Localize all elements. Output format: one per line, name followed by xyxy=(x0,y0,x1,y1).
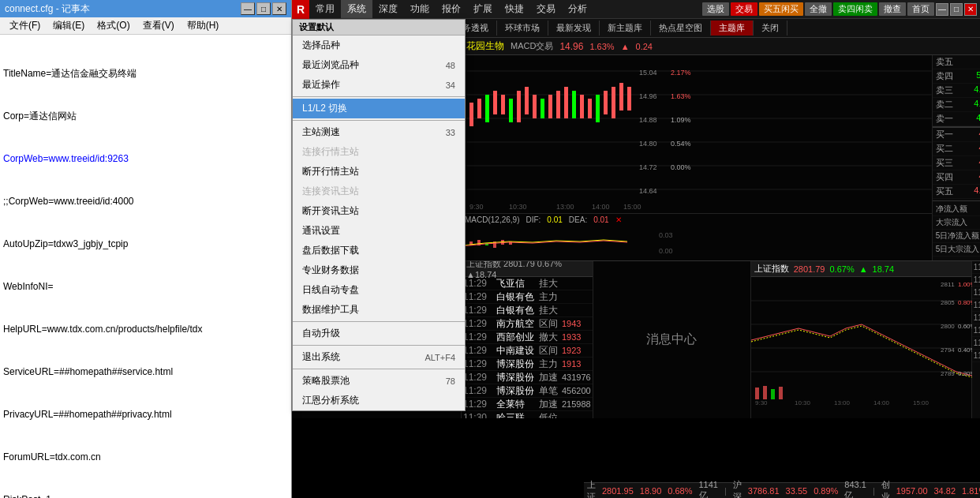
menu-baojia[interactable]: 报价 xyxy=(436,0,467,18)
news-item[interactable]: 11:29 博深股份 单笔 456200 xyxy=(462,384,593,398)
right-numbers-panel: 11:28 3s 11:28 27s 11:28 73s 11:28 87s xyxy=(971,261,980,418)
dropdown-item-exit[interactable]: 退出系统 ALT+F4 xyxy=(293,347,465,367)
trade-btn[interactable]: 交易 xyxy=(731,2,757,16)
sz-change: 33.55 xyxy=(786,486,808,496)
chart-header: 花园生物 MACD交易 14.96 1.63% ▲ 0.24 xyxy=(462,38,980,55)
news-number: 1943 xyxy=(562,319,581,328)
buy5-btn[interactable]: 买五闲买 xyxy=(759,2,803,16)
dropdown-item-after-hours[interactable]: 盘后数据下载 xyxy=(293,241,465,260)
svg-rect-15 xyxy=(469,103,473,126)
notepad-close-btn[interactable]: ✕ xyxy=(272,2,286,15)
news-item[interactable]: 11:29 博深股份 加速 431976 xyxy=(462,371,593,384)
menu-gongneng[interactable]: 功能 xyxy=(404,0,436,18)
news-number: 1913 xyxy=(562,359,581,369)
dropdown-item-disconnect-market[interactable]: 断开行情主站 xyxy=(293,162,465,182)
svg-rect-28 xyxy=(572,91,576,118)
news-item[interactable]: 11:29 白银有色 主力 xyxy=(462,290,593,304)
svg-rect-22 xyxy=(525,87,529,114)
news-number: 215988 xyxy=(562,399,591,409)
svg-text:0.00: 0.00 xyxy=(659,247,673,255)
rn-row: 11:28 27s xyxy=(972,274,980,286)
news-item[interactable]: 11:29 博深股份 主力 1913 xyxy=(462,358,593,371)
menu-view[interactable]: 查看(V) xyxy=(137,17,181,34)
chart-svg-container: 15.04 14.96 14.88 14.80 14.72 14.64 2.17… xyxy=(462,55,932,260)
rn-row: 11:30 24s xyxy=(972,350,980,362)
dropdown-item-data-tools[interactable]: 数据维护工具 xyxy=(293,300,465,320)
notepad-minimize-btn[interactable]: — xyxy=(241,2,255,15)
dropdown-item-auto-upgrade[interactable]: 自动升级 xyxy=(293,324,465,343)
maximize-btn[interactable]: □ xyxy=(950,3,963,16)
dropdown-item-disconnect-news[interactable]: 断开资讯主站 xyxy=(293,201,465,221)
bulk5-row: 5日大宗流入 xyxy=(933,243,980,256)
system-dropdown-menu: 设置默认 选择品种 最近浏览品种 48 最近操作 34 L1/L2 切换 主站测… xyxy=(292,19,466,411)
macd-label: MACD(12,26,9) xyxy=(465,215,519,224)
dropdown-item-strategy-pool[interactable]: 策略股票池 78 xyxy=(293,371,465,391)
sz-label: 沪深 xyxy=(733,479,742,499)
news-item[interactable]: 11:30 哈三联 低位 xyxy=(462,411,593,418)
cancel-btn[interactable]: 撤查 xyxy=(879,2,906,16)
message-center: 消息中心 xyxy=(593,261,750,418)
dropdown-item-l1l2[interactable]: L1/L2 切换 xyxy=(293,99,465,118)
sell4-btn[interactable]: 卖四闲卖 xyxy=(833,2,877,16)
menu-shendo[interactable]: 深度 xyxy=(372,0,404,18)
menu-edit[interactable]: 编辑(E) xyxy=(47,17,91,34)
menu-jiaoyi[interactable]: 交易 xyxy=(530,0,562,18)
notepad-window: connect.cfg - 记事本 — □ ✕ 文件(F) 编辑(E) 格式(O… xyxy=(0,0,292,498)
svg-text:0.20%: 0.20% xyxy=(958,370,972,377)
content-line: ;;CorpWeb=www.treeid/id:4000 xyxy=(3,194,288,208)
change-val: 0.24 xyxy=(636,42,653,51)
news-item[interactable]: 11:29 西部创业 撤大 1933 xyxy=(462,331,593,344)
sh-change: 18.90 xyxy=(640,486,662,496)
dif-val: 0.01 xyxy=(547,215,562,224)
dropdown-item-financial-data[interactable]: 专业财务数据 xyxy=(293,260,465,280)
tab-theme-lib[interactable]: 新主题库 xyxy=(600,21,651,36)
notepad-content[interactable]: TitleName=通达信金融交易终端 Corp=通达信网站 CorpWeb=w… xyxy=(0,35,291,498)
tab-close[interactable]: 关闭 xyxy=(754,21,787,36)
svg-text:13:00: 13:00 xyxy=(556,203,574,211)
cy-label: 创业 xyxy=(881,479,890,499)
minimize-btn[interactable]: — xyxy=(936,3,948,16)
cy-pct: 1.81% xyxy=(962,486,980,496)
dropdown-sep3 xyxy=(293,321,465,322)
macd-close-btn[interactable]: ✕ xyxy=(615,215,622,224)
menu-format[interactable]: 格式(O) xyxy=(91,17,136,34)
menu-changyong[interactable]: 常用 xyxy=(309,0,341,18)
news-item[interactable]: 11:29 全莱特 加速 215988 xyxy=(462,398,593,411)
menu-fenxi[interactable]: 分析 xyxy=(562,0,593,18)
menu-kuaijie[interactable]: 快捷 xyxy=(499,0,530,18)
news-item[interactable]: 11:29 中南建设 区间 1923 xyxy=(462,344,593,358)
tab-new-discovery[interactable]: 最新发现 xyxy=(548,21,600,36)
dropdown-item-gann[interactable]: 江恩分析系统 xyxy=(293,391,465,410)
dropdown-item-connect-news: 连接资讯主站 xyxy=(293,182,465,201)
select-stock-btn[interactable]: 选股 xyxy=(702,2,729,16)
notepad-maximize-btn[interactable]: □ xyxy=(256,2,271,15)
dropdown-item-recent-op[interactable]: 最近操作 34 xyxy=(293,75,465,95)
menu-kuozhan[interactable]: 扩展 xyxy=(467,0,499,18)
tab-global-market[interactable]: 环球市场 xyxy=(497,21,548,36)
home-btn[interactable]: 首页 xyxy=(907,2,934,16)
news-item[interactable]: 11:29 白银有色 挂大 xyxy=(462,304,593,317)
notepad-titlebar: connect.cfg - 记事本 — □ ✕ xyxy=(0,0,291,17)
index-chart-header: 上证指数 2801.79 0.67% ▲ 18.74 xyxy=(751,261,971,277)
news-item[interactable]: 11:29 南方航空 区间 1943 xyxy=(462,317,593,331)
tab-theme-lib2[interactable]: 主题库 xyxy=(711,21,754,36)
rn-row: 11:28 73s xyxy=(972,286,980,299)
dropdown-item-speed-test[interactable]: 主站测速 33 xyxy=(293,122,465,142)
sell-all-btn[interactable]: 全撤 xyxy=(805,2,832,16)
sz-value: 3786.81 xyxy=(748,486,780,496)
close-btn[interactable]: ✕ xyxy=(964,3,977,16)
svg-rect-19 xyxy=(501,95,505,114)
dropdown-item-comm-settings[interactable]: 通讯设置 xyxy=(293,221,465,241)
dropdown-item-daily-auto[interactable]: 日线自动专盘 xyxy=(293,280,465,300)
menu-xitong[interactable]: 系统 xyxy=(341,0,372,18)
svg-text:2.17%: 2.17% xyxy=(671,69,691,77)
tab-hotspot-star[interactable]: 热点星空图 xyxy=(651,21,711,36)
content-line: TitleName=通达信金融交易终端 xyxy=(3,66,288,81)
dropdown-item-select-variety[interactable]: 选择品种 xyxy=(293,36,465,55)
svg-text:2789: 2789 xyxy=(941,370,955,377)
center-chart-panel: 花园生物 MACD交易 14.96 1.63% ▲ 0.24 xyxy=(462,38,980,418)
dropdown-item-recent-browse[interactable]: 最近浏览品种 48 xyxy=(293,55,465,75)
menu-help[interactable]: 帮助(H) xyxy=(181,17,226,34)
menu-file[interactable]: 文件(F) xyxy=(3,17,47,34)
content-line: ServiceURL=##homepath##service.html xyxy=(3,365,288,379)
